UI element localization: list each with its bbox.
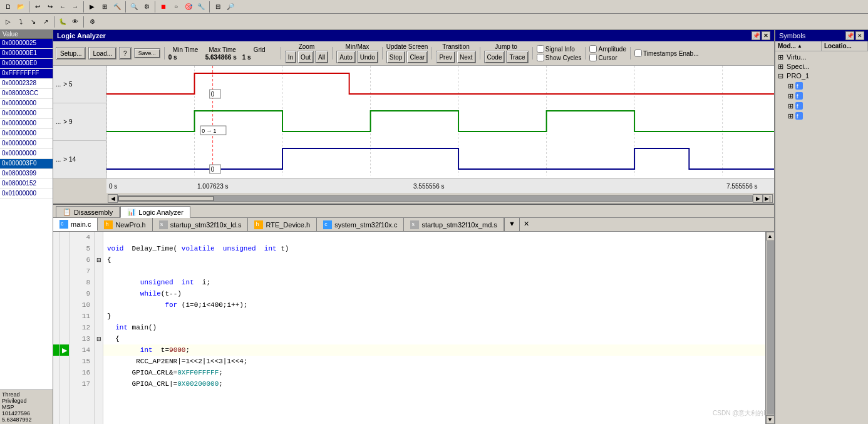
sidebar-value-10[interactable]: 0x00000000 (0, 139, 53, 149)
cursor-checkbox[interactable]: Cursor (589, 54, 626, 61)
scroll-right-btn[interactable]: ▶ (753, 194, 763, 203)
sym-child-1[interactable]: ⊞ f (787, 81, 867, 91)
zoom-in-button[interactable]: In (285, 51, 296, 63)
sidebar-value-8[interactable]: 0x00000000 (0, 119, 53, 129)
load-button[interactable]: Load... (88, 47, 116, 59)
show-cycles-checkbox[interactable]: Show Cycles (537, 54, 582, 61)
window-icon[interactable]: ⊟ (212, 1, 224, 13)
scroll-down-btn[interactable]: ▼ (766, 415, 775, 424)
t2-step-over-icon[interactable]: ⤵ (15, 16, 26, 28)
la-pin-icon[interactable]: 📌 (752, 31, 760, 40)
clear-button[interactable]: Clear (406, 51, 428, 63)
la-title: Logic Analyzer (57, 32, 106, 39)
settings-icon[interactable]: ⚙ (141, 1, 152, 13)
sidebar-value-15[interactable]: 0x01000000 (0, 189, 53, 199)
la-sep8 (585, 47, 586, 59)
right-pin-icon[interactable]: 📌 (845, 31, 854, 40)
target-icon[interactable]: 🎯 (183, 1, 194, 13)
sidebar-value-1[interactable]: 0x000000E1 (0, 49, 53, 59)
code-tab-newpro-h[interactable]: h NewPro.h (98, 218, 152, 231)
scrollbar-track[interactable] (118, 195, 753, 202)
scroll-left-btn[interactable]: ◀ (108, 194, 118, 203)
undo-button[interactable]: Undo (357, 51, 378, 63)
amplitude-checkbox[interactable]: Amplitude (589, 45, 626, 53)
sidebar-value-7[interactable]: 0x00000000 (0, 109, 53, 119)
new-icon[interactable]: 🗋 (3, 1, 14, 13)
trace-button[interactable]: Trace (506, 51, 528, 63)
t2-run-icon[interactable]: ▷ (3, 16, 14, 28)
la-close-icon[interactable]: ✕ (762, 31, 770, 40)
circle-icon[interactable]: ○ (170, 1, 182, 13)
find-icon[interactable]: 🔍 (128, 1, 140, 13)
next-button[interactable]: Next (457, 51, 476, 63)
code-tab-startup-ld[interactable]: s startup_stm32f10x_ld.s (153, 218, 249, 231)
code-tab-system-c[interactable]: c system_stm32f10x.c (317, 218, 404, 231)
save-button[interactable]: Save... (134, 48, 160, 58)
sym-item-pro1[interactable]: ⊟ PRO_1 (777, 71, 867, 81)
sidebar-value-6[interactable]: 0x00000000 (0, 99, 53, 109)
t2-step-out-icon[interactable]: ↗ (40, 16, 51, 28)
exp-13[interactable]: ⊟ (95, 333, 103, 344)
sidebar-value-4[interactable]: 0x00002328 (0, 79, 53, 89)
code-tab-rte-h[interactable]: h RTE_Device.h (248, 218, 317, 231)
signal-info-checkbox[interactable]: Signal Info (537, 45, 582, 53)
grid-label: Grid (254, 46, 266, 53)
sep7 (83, 16, 84, 28)
sidebar-value-12[interactable]: 0x000003F0 (0, 159, 53, 169)
sidebar-value-14[interactable]: 0x08000152 (0, 179, 53, 189)
sym-item-speci[interactable]: ⊞ Speci... (777, 62, 867, 71)
sym-child-3[interactable]: ⊞ f (787, 101, 867, 111)
auto-button[interactable]: Auto (336, 51, 356, 63)
redo-icon[interactable]: ↪ (44, 1, 56, 13)
t2-step-into-icon[interactable]: ↘ (28, 16, 39, 28)
zoom-all-button[interactable]: All (315, 51, 328, 63)
setup-button[interactable]: Setup... (56, 47, 86, 59)
t2-debug-icon[interactable]: 🐛 (57, 16, 68, 28)
code-tab-startup-md[interactable]: s startup_stm32f10x_md.s (404, 218, 504, 231)
channel-expand-9[interactable]: ... (56, 118, 61, 125)
code-scroll-track[interactable] (767, 241, 774, 415)
forward-icon[interactable]: → (70, 1, 81, 13)
sym-child-2[interactable]: ⊞ f (787, 91, 867, 101)
tab-disassembly[interactable]: 📋 Disassembly (56, 206, 120, 217)
prev-button[interactable]: Prev (436, 51, 455, 63)
scroll-end-btn[interactable]: ▶| (763, 194, 773, 203)
sym-col-mod[interactable]: Mod... ▲ (775, 41, 822, 51)
code-button[interactable]: Code (484, 51, 505, 63)
code-tab-arrow[interactable]: ▼ (504, 218, 519, 231)
run-debug-icon[interactable]: ▶ (86, 1, 98, 13)
sym-item-virtu[interactable]: ⊞ Virtu... (777, 53, 867, 62)
sidebar-value-5[interactable]: 0x080003CC (0, 89, 53, 99)
sidebar-value-0[interactable]: 0x00000025 (0, 39, 53, 49)
stop-button[interactable]: Stop (386, 51, 406, 63)
sidebar-value-2[interactable]: 0x000000E0 (0, 59, 53, 69)
channel-expand-5[interactable]: ... (56, 81, 61, 88)
tab-logic-analyzer[interactable]: 📊 Logic Analyzer (120, 206, 190, 218)
step-icon[interactable]: ⊞ (99, 1, 110, 13)
code-tab-close[interactable]: ✕ (519, 218, 533, 231)
help-button[interactable]: ? (119, 47, 132, 59)
sidebar-value-9[interactable]: 0x00000000 (0, 129, 53, 139)
scroll-up-btn[interactable]: ▲ (766, 232, 775, 240)
open-icon[interactable]: 📂 (15, 1, 26, 13)
sidebar-value-3[interactable]: 0xFFFFFFFF (0, 69, 53, 79)
sidebar-value-11[interactable]: 0x00000000 (0, 149, 53, 159)
zoom-icon[interactable]: 🔎 (225, 1, 236, 13)
t2-cfg-icon[interactable]: ⚙ (86, 16, 98, 28)
ind-9 (53, 288, 59, 299)
exp-11 (95, 311, 103, 322)
code-tab-main-c[interactable]: c main.c (53, 218, 98, 231)
stop-icon[interactable]: ⏹ (158, 1, 169, 13)
zoom-out-button[interactable]: Out (297, 51, 314, 63)
back-icon[interactable]: ← (57, 1, 68, 13)
channel-expand-14[interactable]: ... (56, 156, 61, 163)
undo-icon[interactable]: ↩ (32, 1, 43, 13)
build-icon[interactable]: 🔨 (111, 1, 123, 13)
exp-6[interactable]: ⊟ (95, 254, 103, 266)
sym-child-4[interactable]: ⊞ f (787, 111, 867, 121)
t2-watch-icon[interactable]: 👁 (70, 16, 81, 28)
right-close-icon[interactable]: ✕ (855, 31, 864, 40)
sidebar-value-13[interactable]: 0x08000399 (0, 169, 53, 179)
timestamps-checkbox[interactable]: Timestamps Enab... (634, 49, 699, 57)
wrench-icon[interactable]: 🔧 (195, 1, 207, 13)
